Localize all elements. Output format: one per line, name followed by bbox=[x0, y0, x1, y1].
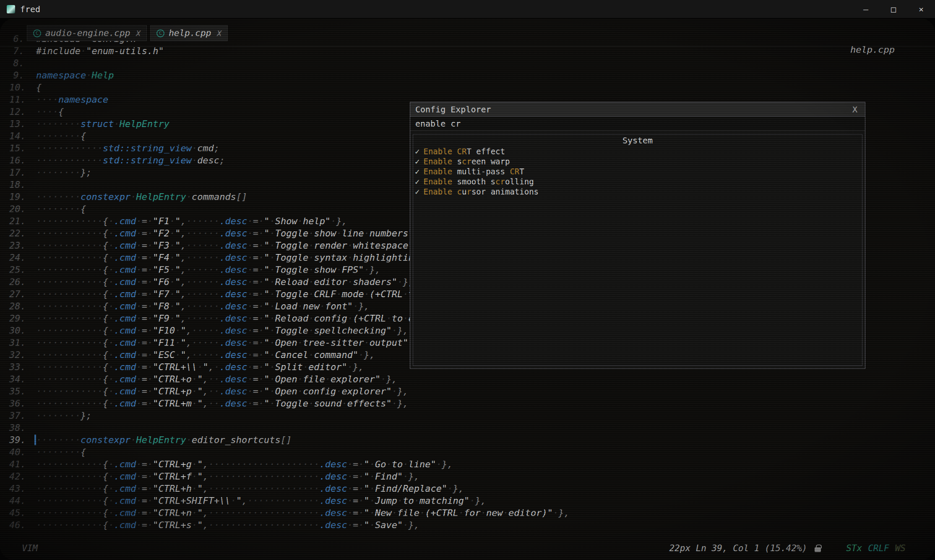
status-flag-STx: STx bbox=[846, 543, 862, 553]
config-search-value: enable cr bbox=[415, 119, 461, 129]
code-text: ············{·.cmd·=·"F10·",·····.desc·=… bbox=[36, 324, 409, 337]
popup-title: Config Explorer bbox=[415, 104, 491, 114]
line-number: 42. bbox=[0, 470, 24, 482]
code-text: ············{·.cmd·=·"CTRL+\\·",·.desc·=… bbox=[36, 361, 364, 373]
line-number: 33. bbox=[0, 361, 24, 373]
code-line: 7.#include·"enum-utils.h" bbox=[0, 45, 935, 57]
line-number: 19. bbox=[0, 191, 24, 203]
line-number: 17. bbox=[0, 166, 24, 179]
titlebar: fred – □ × bbox=[0, 0, 935, 18]
tab-audio-engine.cpp[interactable]: Caudio-engine.cppX bbox=[27, 25, 147, 41]
lock-icon bbox=[815, 547, 821, 552]
code-line: 35.············{·.cmd·=·"CTRL+p·",··.des… bbox=[0, 385, 935, 397]
config-section-header: System bbox=[413, 135, 862, 146]
text-cursor bbox=[34, 435, 36, 445]
code-text: ············{·.cmd·=·"CTRL+f·",·········… bbox=[36, 470, 419, 482]
code-text: ············{·.cmd·=·"F11·",·····.desc·=… bbox=[36, 337, 425, 349]
line-number: 12. bbox=[0, 106, 24, 118]
code-line: 9.namespace·Help bbox=[0, 69, 935, 81]
tab-close-button[interactable]: X bbox=[136, 29, 141, 38]
checkbox-checked-icon[interactable]: ✓ bbox=[415, 166, 419, 176]
config-item[interactable]: ✓Enable cursor animations bbox=[413, 187, 862, 197]
code-text: ····{ bbox=[36, 106, 64, 118]
tab-close-button[interactable]: X bbox=[217, 29, 221, 38]
line-number: 29. bbox=[0, 312, 24, 324]
line-number: 44. bbox=[0, 495, 24, 507]
code-text: ········struct·HelpEntry bbox=[36, 118, 169, 130]
line-number: 18. bbox=[0, 179, 24, 191]
line-number: 22. bbox=[0, 227, 24, 239]
code-text: ············{·.cmd·=·"CTRL+h·",·········… bbox=[36, 482, 464, 495]
tab-label: help.cpp bbox=[169, 28, 211, 38]
code-text: ········}; bbox=[36, 166, 91, 179]
code-text: namespace·Help bbox=[36, 69, 114, 81]
checkbox-checked-icon[interactable]: ✓ bbox=[415, 156, 419, 166]
pane-label: help.cpp bbox=[850, 44, 895, 55]
code-text: ············{·.cmd·=·"CTRL+o·",··.desc·=… bbox=[36, 373, 397, 385]
config-explorer-popup: Config Explorer X enable cr System ✓Enab… bbox=[410, 102, 865, 369]
line-number: 9. bbox=[0, 69, 24, 81]
code-text: ············{·.cmd·=·"F4·",······.desc·=… bbox=[36, 251, 442, 264]
code-text: ············{·.cmd·=·"F5·",······.desc·=… bbox=[36, 264, 380, 276]
config-item[interactable]: ✓Enable multi-pass CRT bbox=[413, 166, 862, 176]
tab-help.cpp[interactable]: Chelp.cppX bbox=[150, 25, 228, 41]
checkbox-checked-icon[interactable]: ✓ bbox=[415, 176, 419, 187]
app-icon bbox=[7, 5, 15, 13]
code-text: ········{ bbox=[36, 446, 86, 458]
line-number: 8. bbox=[0, 57, 24, 69]
config-item[interactable]: ✓Enable smooth scrolling bbox=[413, 176, 862, 187]
close-button[interactable]: × bbox=[907, 0, 935, 18]
line-number: 37. bbox=[0, 410, 24, 422]
line-number: 21. bbox=[0, 215, 24, 227]
line-number: 16. bbox=[0, 154, 24, 166]
status-flag-WS: WS bbox=[895, 543, 906, 553]
line-number: 14. bbox=[0, 130, 24, 142]
code-text: #include·"enum-utils.h" bbox=[36, 45, 164, 57]
code-text: ············{·.cmd·=·"F1·",······.desc·=… bbox=[36, 215, 347, 227]
code-line: 37.········}; bbox=[0, 410, 935, 422]
code-text: ············{·.cmd·=·"F2·",······.desc·=… bbox=[36, 227, 431, 239]
config-search-input[interactable]: enable cr bbox=[410, 117, 865, 131]
line-number: 34. bbox=[0, 373, 24, 385]
line-number: 45. bbox=[0, 507, 24, 519]
line-number: 20. bbox=[0, 203, 24, 215]
line-number: 36. bbox=[0, 397, 24, 410]
line-number: 32. bbox=[0, 349, 24, 361]
code-text: ············{·.cmd·=·"ESC·",·····.desc·=… bbox=[36, 349, 375, 361]
line-number: 35. bbox=[0, 385, 24, 397]
code-line: 40.········{ bbox=[0, 446, 935, 458]
code-text: ············{·.cmd·=·"CTRL+n·",·········… bbox=[36, 507, 570, 519]
checkbox-checked-icon[interactable]: ✓ bbox=[415, 146, 419, 156]
code-text: ············std::string_view·desc; bbox=[36, 154, 225, 166]
config-item[interactable]: ✓Enable CRT effect bbox=[413, 146, 862, 156]
tab-label: audio-engine.cpp bbox=[45, 28, 130, 38]
line-number: 15. bbox=[0, 142, 24, 154]
window-controls: – □ × bbox=[852, 0, 935, 18]
checkbox-checked-icon[interactable]: ✓ bbox=[415, 187, 419, 197]
line-number: 46. bbox=[0, 519, 24, 531]
minimize-button[interactable]: – bbox=[852, 0, 880, 18]
line-number: 10. bbox=[0, 81, 24, 93]
line-number: 25. bbox=[0, 264, 24, 276]
code-line: 42.············{·.cmd·=·"CTRL+f·",······… bbox=[0, 470, 935, 482]
code-text: ········{ bbox=[36, 130, 86, 142]
cpp-file-icon: C bbox=[33, 29, 41, 37]
popup-title-bar: Config Explorer X bbox=[410, 102, 865, 117]
line-number: 38. bbox=[0, 422, 24, 434]
code-text: ········constexpr·HelpEntry·editor_short… bbox=[36, 434, 292, 446]
config-item[interactable]: ✓Enable screen warp bbox=[413, 156, 862, 166]
tab-bar: Caudio-engine.cppXChelp.cppX bbox=[27, 25, 228, 41]
line-number: 24. bbox=[0, 251, 24, 264]
line-number: 26. bbox=[0, 276, 24, 288]
code-text: ········constexpr·HelpEntry·commands[] bbox=[36, 191, 247, 203]
code-line: 44.············{·.cmd·=·"CTRL+SHIFT+\\·"… bbox=[0, 495, 935, 507]
maximize-button[interactable]: □ bbox=[880, 0, 907, 18]
line-number: 28. bbox=[0, 300, 24, 312]
code-text: ····namespace bbox=[36, 93, 108, 106]
code-line: 34.············{·.cmd·=·"CTRL+o·",··.des… bbox=[0, 373, 935, 385]
status-right: 22px Ln 39, Col 1 (15.42%) STxCRLFWS bbox=[669, 543, 906, 553]
code-text: { bbox=[36, 81, 42, 93]
config-list-panel: System ✓Enable CRT effect✓Enable screen … bbox=[413, 134, 862, 366]
popup-close-button[interactable]: X bbox=[850, 104, 860, 114]
line-number: 31. bbox=[0, 337, 24, 349]
